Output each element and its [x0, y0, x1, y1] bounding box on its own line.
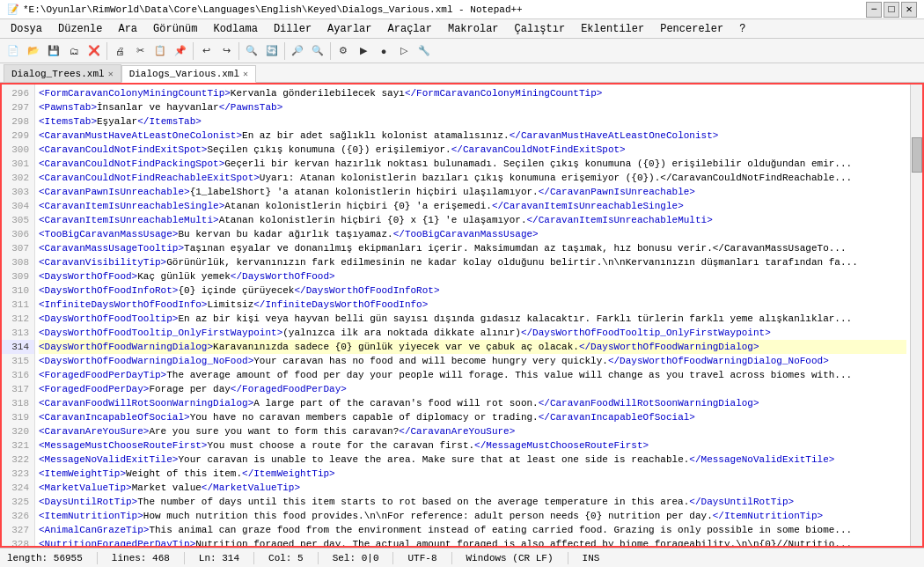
code-line[interactable]: <CaravanPawnIsUnreachable>{1_labelShort}…: [39, 185, 906, 199]
menu-ayarlar[interactable]: Ayarlar: [320, 21, 378, 37]
code-line[interactable]: <ItemWeightTip>Weight of this item.</Ite…: [39, 467, 906, 481]
minimize-button[interactable]: −: [866, 2, 882, 18]
code-line[interactable]: <CaravanCouldNotFindExitSpot>Seçilen çık…: [39, 143, 906, 157]
code-line[interactable]: <MessageMustChooseRouteFirst>You must ch…: [39, 438, 906, 453]
toolbar-sep-4: [284, 42, 285, 60]
menu-diller[interactable]: Diller: [267, 21, 319, 37]
code-line[interactable]: <FormCaravanColonyMiningCountTip>Kervanl…: [39, 86, 906, 100]
code-line[interactable]: <ForagedFoodPerDay>Forage per day</Forag…: [39, 382, 906, 396]
menu-makrolar[interactable]: Makrolar: [441, 21, 506, 37]
menu-help[interactable]: ?: [732, 21, 752, 37]
line-number: 323: [2, 467, 34, 481]
code-line[interactable]: <DaysWorthOfFood>Kaç günlük yemek</DaysW…: [39, 269, 906, 284]
zoom-out-button[interactable]: 🔍: [308, 41, 327, 61]
code-line[interactable]: <CaravanAreYouSure>Are you sure you want…: [39, 424, 906, 438]
code-line[interactable]: <MarketValueTip>Market value</MarketValu…: [39, 481, 906, 495]
line-number: 318: [2, 396, 34, 410]
line-number: 315: [2, 354, 34, 368]
code-area[interactable]: <FormCaravanColonyMiningCountTip>Kervanl…: [35, 85, 910, 546]
status-encoding: UTF-8: [407, 553, 436, 563]
tab-dialogs-various-close[interactable]: ✕: [243, 69, 248, 79]
scroll-thumb[interactable]: [912, 137, 922, 173]
toolbar-group-file: 📄 📂 💾 🗂 ❌: [4, 41, 104, 61]
menu-ara[interactable]: Ara: [111, 21, 144, 37]
toolbar-sep-3: [238, 42, 239, 60]
code-line[interactable]: <PawnsTab>İnsanlar ve hayvanlar</PawnsTa…: [39, 100, 906, 114]
code-line[interactable]: <TooBigCaravanMassUsage>Bu kervan bu kad…: [39, 227, 906, 241]
toolbar-sep-5: [330, 42, 331, 60]
status-line-ending: Windows (CR LF): [466, 553, 554, 563]
vertical-scrollbar[interactable]: [910, 85, 922, 546]
copy-button[interactable]: 📋: [150, 41, 170, 61]
code-line[interactable]: <DaysWorthOfFoodInfoRot>{0} içinde çürüy…: [39, 284, 906, 298]
zoom-in-button[interactable]: 🔎: [288, 41, 307, 61]
menu-eklentiler[interactable]: Eklentiler: [574, 21, 651, 37]
line-number: 317: [2, 382, 34, 396]
save-button[interactable]: 💾: [44, 41, 63, 61]
code-line[interactable]: <CaravanCouldNotFindReachableExitSpot>Uy…: [39, 171, 906, 185]
close-button[interactable]: ✕: [901, 2, 917, 18]
code-line[interactable]: <CaravanItemIsUnreachableSingle>Atanan k…: [39, 199, 906, 213]
cut-button[interactable]: ✂: [130, 41, 150, 61]
code-line[interactable]: <ForagedFoodPerDayTip>The average amount…: [39, 368, 906, 382]
redo-button[interactable]: ↪: [216, 41, 236, 61]
find-button[interactable]: 🔍: [242, 41, 261, 61]
undo-button[interactable]: ↩: [196, 41, 216, 61]
code-line[interactable]: <DaysUntilRotTip>The number of days unti…: [39, 495, 906, 509]
code-line[interactable]: <InfiniteDaysWorthOfFoodInfo>Limitsiz</I…: [39, 298, 906, 312]
menu-gorunum[interactable]: Görünüm: [146, 21, 204, 37]
tab-dialog-trees-close[interactable]: ✕: [108, 69, 114, 79]
toolbar-sep-1: [106, 42, 107, 60]
menu-pencereler[interactable]: Pencereler: [653, 21, 730, 37]
sync-button[interactable]: ⚙: [334, 41, 353, 61]
macro-play-button[interactable]: ▷: [394, 41, 414, 61]
status-sep-7: [568, 552, 568, 564]
code-line[interactable]: <CaravanMustHaveAtLeastOneColonist>En az…: [39, 129, 906, 143]
line-number: 311: [2, 298, 34, 312]
open-button[interactable]: 📂: [24, 41, 43, 61]
menu-calistir[interactable]: Çalıştır: [508, 21, 573, 37]
code-line[interactable]: <ItemsTab>Eşyalar</ItemsTab>: [39, 114, 906, 129]
toolbar-group-misc: ⚙ ▶ ● ▷ 🔧: [334, 41, 434, 61]
menu-kodlama[interactable]: Kodlama: [206, 21, 264, 37]
status-sep-4: [318, 552, 319, 564]
status-sep-5: [392, 552, 393, 564]
line-number: 319: [2, 410, 34, 424]
line-number: 303: [2, 185, 34, 199]
code-line[interactable]: <CaravanCouldNotFindPackingSpot>Geçerli …: [39, 157, 906, 171]
code-line[interactable]: <ItemNutritionTip>How much nutrition thi…: [39, 509, 906, 523]
code-line[interactable]: <MessageNoValidExitTile>Your caravan is …: [39, 453, 906, 467]
maximize-button[interactable]: □: [884, 2, 899, 18]
new-button[interactable]: 📄: [4, 41, 23, 61]
code-line[interactable]: <DaysWorthOfFoodWarningDialog_NoFood>You…: [39, 354, 906, 368]
code-line[interactable]: <CaravanFoodWillRotSoonWarningDialog>A l…: [39, 396, 906, 410]
toolbar-group-edit: 🖨 ✂ 📋 📌: [110, 41, 190, 61]
print-button[interactable]: 🖨: [110, 41, 129, 61]
save-all-button[interactable]: 🗂: [64, 41, 84, 61]
menu-duzenle[interactable]: Düzenle: [51, 21, 109, 37]
code-line[interactable]: <CaravanItemIsUnreachableMulti>Atanan ko…: [39, 213, 906, 227]
app-icon: 📝: [7, 4, 19, 15]
menu-dosya[interactable]: Dosya: [4, 21, 49, 37]
tab-dialog-trees[interactable]: Dialog_Trees.xml ✕: [4, 64, 121, 82]
code-line[interactable]: <CaravanIncapableOfSocial>You have no ca…: [39, 410, 906, 424]
close-button2[interactable]: ❌: [84, 41, 104, 61]
code-line[interactable]: <AnimalCanGrazeTip>This animal can graze…: [39, 523, 906, 537]
find-replace-button[interactable]: 🔄: [262, 41, 282, 61]
status-bar: length: 56955 lines: 468 Ln: 314 Col: 5 …: [0, 548, 924, 567]
tab-dialogs-various[interactable]: Dialogs_Various.xml ✕: [121, 65, 256, 83]
code-line[interactable]: <DaysWorthOfFoodTooltip>En az bir kişi v…: [39, 312, 906, 326]
code-line[interactable]: <CaravanVisibilityTip>Görünürlük, kervan…: [39, 255, 906, 269]
menu-araclar[interactable]: Araçlar: [381, 21, 439, 37]
code-line[interactable]: <CaravanMassUsageTooltip>Taşınan eşyalar…: [39, 241, 906, 255]
line-number: 297: [2, 100, 34, 114]
run-button[interactable]: ▶: [354, 41, 373, 61]
macro-button[interactable]: ●: [374, 41, 393, 61]
line-number: 313: [2, 326, 34, 340]
code-line[interactable]: <DaysWorthOfFoodWarningDialog>Karavanını…: [39, 340, 906, 354]
paste-button[interactable]: 📌: [171, 41, 190, 61]
status-length: length: 56955: [7, 553, 83, 563]
code-line[interactable]: <NutritionForagedPerDayTip>Nutrition for…: [39, 537, 906, 546]
settings-button[interactable]: 🔧: [414, 41, 434, 61]
code-line[interactable]: <DaysWorthOfFoodTooltip_OnlyFirstWaypoin…: [39, 326, 906, 340]
